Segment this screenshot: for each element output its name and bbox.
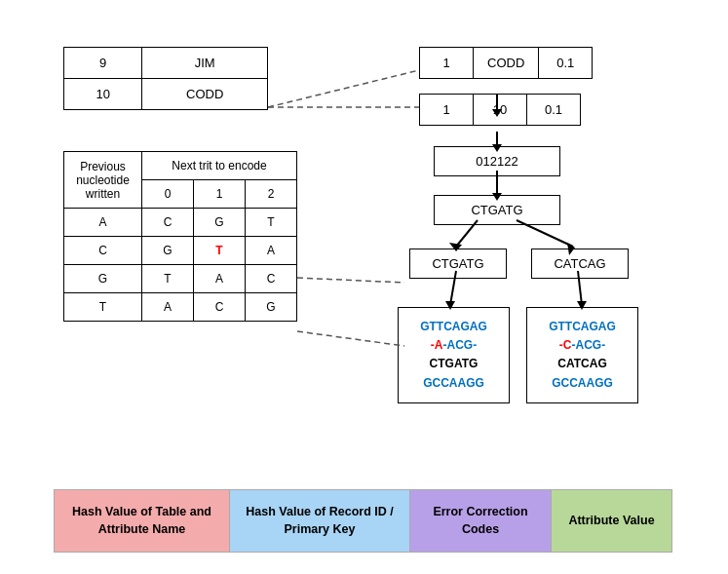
table-row: 1 10 0.1 <box>420 95 581 126</box>
subheader-1: 1 <box>193 180 245 209</box>
cell-c3: C <box>245 265 296 293</box>
cell-g4: G <box>245 293 296 322</box>
legend-seg-hash-table: Hash Value of Table and Attribute Name <box>55 490 230 552</box>
top-right-table-2: 1 10 0.1 <box>419 94 581 126</box>
box-bottom-right: GTTCAGAG -C-ACG- CATCAG GCCAAGG <box>526 307 638 403</box>
table-row: A C G T <box>64 209 297 237</box>
cell-t: T <box>245 209 296 237</box>
encoding-header-left: Previous nucleotide written <box>64 152 142 209</box>
cell-t2: T <box>193 237 245 265</box>
legend-seg-error-correction: Error Correction Codes <box>410 490 552 552</box>
cell-g2: G <box>142 237 194 265</box>
top-left-table: 9 JIM 10 CODD <box>63 47 268 110</box>
bottom-right-line2: -C-ACG- <box>537 336 628 355</box>
cell-codd: CODD <box>142 79 268 110</box>
cell-c4: C <box>193 293 245 322</box>
table-row: C G T A <box>64 237 297 265</box>
bottom-left-line2: -A-ACG- <box>408 336 499 355</box>
box-012122-label: 012122 <box>476 154 517 169</box>
cell-a3: A <box>193 265 245 293</box>
diagram-area: 9 JIM 10 CODD 1 CODD 0.1 1 10 0.1 012122… <box>0 0 728 574</box>
box-ctgatg-left-label: CTGATG <box>432 256 483 271</box>
svg-line-17 <box>297 331 404 346</box>
bottom-right-line4: GCCAAGG <box>537 374 628 393</box>
box-ctgatg-main-label: CTGATG <box>471 203 522 217</box>
bottom-right-line3: CATCAG <box>537 355 628 373</box>
cell-codd2: CODD <box>474 48 539 79</box>
legend-seg4-label: Attribute Value <box>568 513 654 530</box>
box-bottom-left: GTTCAGAG -A-ACG- CTGATG GCCAAGG <box>398 307 510 403</box>
legend-seg2-label: Hash Value of Record ID / Primary Key <box>238 504 402 538</box>
cell-a: A <box>64 209 142 237</box>
cell-10: 10 <box>474 95 527 126</box>
cell-a4: A <box>142 293 194 322</box>
bottom-left-line4: GCCAAGG <box>408 374 499 393</box>
svg-line-0 <box>268 70 419 107</box>
cell-1b: 1 <box>420 95 474 126</box>
table-row: 1 CODD 0.1 <box>420 48 593 79</box>
legend-seg-hash-record: Hash Value of Record ID / Primary Key <box>230 490 410 552</box>
legend-seg1-label: Hash Value of Table and Attribute Name <box>62 504 221 538</box>
cell-0-1: 0.1 <box>539 48 593 79</box>
cell-a2: A <box>245 237 296 265</box>
cell-0-1b: 0.1 <box>527 95 581 126</box>
cell-c: C <box>142 209 194 237</box>
box-catcag-right-label: CATCAG <box>554 256 605 271</box>
box-ctgatg-main: CTGATG <box>434 195 560 225</box>
subheader-0: 0 <box>142 180 194 209</box>
box-012122: 012122 <box>434 146 560 176</box>
cell-g3: G <box>64 265 142 293</box>
cell-9: 9 <box>64 48 142 79</box>
legend-bar: Hash Value of Table and Attribute Name H… <box>54 489 672 553</box>
cell-jim: JIM <box>142 48 268 79</box>
cell-1: 1 <box>420 48 474 79</box>
legend-seg-attribute-value: Attribute Value <box>552 490 671 552</box>
cell-t3: T <box>142 265 194 293</box>
box-ctgatg-left: CTGATG <box>409 249 507 279</box>
box-catcag-right: CATCAG <box>531 249 629 279</box>
encoding-table: Previous nucleotide written Next trit to… <box>63 151 297 322</box>
cell-10: 10 <box>64 79 142 110</box>
encoding-header-right: Next trit to encode <box>142 152 297 180</box>
table-row-header: Previous nucleotide written Next trit to… <box>64 152 297 180</box>
cell-g: G <box>193 209 245 237</box>
table-row: T A C G <box>64 293 297 322</box>
cell-c2: C <box>64 237 142 265</box>
svg-line-16 <box>297 278 404 283</box>
bottom-left-line3: CTGATG <box>408 355 499 373</box>
table-row: 10 CODD <box>64 79 268 110</box>
top-right-table-1: 1 CODD 0.1 <box>419 47 593 79</box>
bottom-right-line1: GTTCAGAG <box>537 318 628 336</box>
legend-seg3-label: Error Correction Codes <box>418 504 543 538</box>
bottom-left-line1: GTTCAGAG <box>408 318 499 336</box>
cell-t4: T <box>64 293 142 322</box>
table-row: 9 JIM <box>64 48 268 79</box>
table-row: G T A C <box>64 265 297 293</box>
subheader-2: 2 <box>245 180 296 209</box>
